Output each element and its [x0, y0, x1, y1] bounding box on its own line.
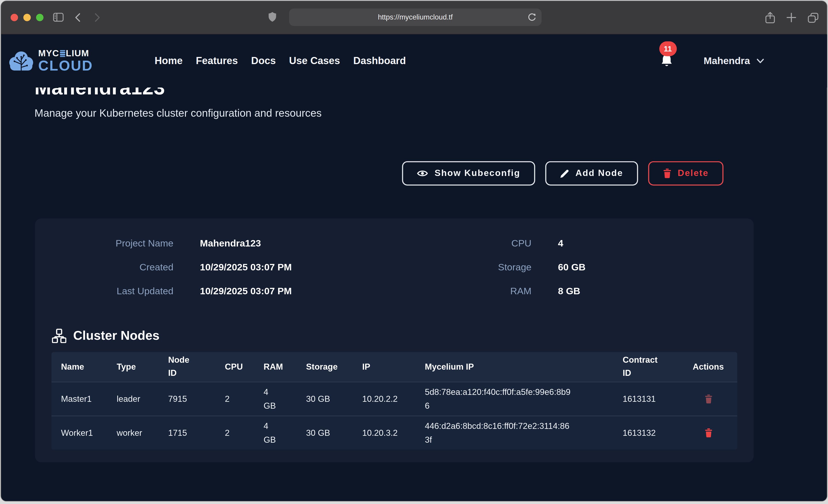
main-content: Mahendra123 Manage your Kubernetes clust… — [1, 76, 827, 462]
col-node-id: Node ID — [159, 352, 215, 382]
cluster-nodes-header: Cluster Nodes — [52, 328, 753, 343]
project-info: Project Name Mahendra123 CPU 4 Created 1… — [48, 232, 754, 303]
delete-node-button[interactable] — [705, 387, 712, 411]
cluster-nodes-icon — [52, 329, 66, 343]
col-contract-id: Contract ID — [613, 352, 683, 382]
share-icon[interactable] — [765, 12, 775, 24]
browser-window: https://myceliumcloud.tf — [1, 1, 827, 501]
cpu-value: 4 — [532, 232, 754, 256]
browser-toolbar: https://myceliumcloud.tf — [1, 1, 827, 35]
show-kubeconfig-button[interactable]: Show Kubeconfig — [402, 161, 535, 185]
chevron-down-icon — [756, 58, 764, 64]
cell-name: Master1 — [51, 382, 107, 416]
nav-links: Home Features Docs Use Cases Dashboard — [155, 55, 406, 67]
delete-node-button[interactable] — [705, 420, 712, 445]
last-updated-label: Last Updated — [48, 279, 173, 303]
site-navbar: MYCLIUM CLOUD Home Features Docs Use Cas… — [1, 35, 827, 87]
cell-ram: 4 GB — [254, 382, 297, 416]
nodes-table-header: Name Type Node ID CPU RAM Storage IP Myc… — [51, 352, 737, 382]
address-bar[interactable]: https://myceliumcloud.tf — [289, 8, 542, 26]
col-name: Name — [51, 352, 107, 382]
cell-ram: 4 GB — [254, 416, 297, 450]
new-tab-icon[interactable] — [787, 12, 796, 24]
tab-overview-icon[interactable] — [808, 12, 818, 24]
cell-mycelium-ip: 446:d2a6:8bcd:8c16:ff0f:72e2:3114:86 3f — [415, 416, 613, 450]
user-name: Mahendra — [704, 55, 750, 67]
stylized-e-icon — [60, 50, 65, 57]
cell-node-id: 7915 — [159, 382, 215, 416]
table-row: Worker1 worker 1715 2 4 GB 30 GB 10.20.3… — [51, 416, 737, 450]
trash-icon — [705, 387, 712, 411]
cell-name: Worker1 — [51, 416, 107, 450]
created-value: 10/29/2025 03:07 PM — [173, 255, 373, 279]
nav-link-docs[interactable]: Docs — [251, 55, 276, 67]
cell-ip: 10.20.3.2 — [353, 416, 415, 450]
delete-cluster-button[interactable]: Delete — [648, 161, 723, 185]
forward-icon[interactable] — [94, 13, 101, 22]
trash-icon — [663, 169, 671, 178]
ram-label: RAM — [372, 279, 531, 303]
cell-mycelium-ip: 5d8:78ea:a120:f40c:ff0f:a5fe:99e6:8b9 6 — [415, 382, 613, 416]
brand-line-cloud: CLOUD — [38, 59, 93, 73]
cluster-actions: Show Kubeconfig Add Node Delete — [35, 161, 723, 185]
back-icon[interactable] — [74, 13, 81, 22]
pencil-icon — [560, 169, 569, 178]
cell-contract-id: 1613132 — [613, 416, 683, 450]
col-ip: IP — [353, 352, 415, 382]
col-type: Type — [107, 352, 159, 382]
brand-line-mycelium: MYCLIUM — [38, 49, 93, 58]
cpu-label: CPU — [372, 232, 531, 256]
project-card: Project Name Mahendra123 CPU 4 Created 1… — [35, 218, 753, 462]
notifications-button[interactable]: 11 — [659, 53, 674, 69]
created-label: Created — [48, 255, 173, 279]
col-cpu: CPU — [215, 352, 254, 382]
nav-link-features[interactable]: Features — [196, 55, 238, 67]
cell-cpu: 2 — [215, 382, 254, 416]
reload-icon[interactable] — [528, 13, 536, 22]
minimize-window-button[interactable] — [24, 14, 31, 21]
last-updated-value: 10/29/2025 03:07 PM — [173, 279, 373, 303]
cell-ip: 10.20.2.2 — [353, 382, 415, 416]
storage-label: Storage — [372, 255, 531, 279]
project-name-value: Mahendra123 — [173, 232, 373, 256]
project-name-label: Project Name — [48, 232, 173, 256]
cell-type: worker — [107, 416, 159, 450]
nodes-table: Name Type Node ID CPU RAM Storage IP Myc… — [51, 352, 737, 450]
eye-icon — [417, 169, 428, 177]
col-actions: Actions — [683, 352, 737, 382]
nav-link-dashboard[interactable]: Dashboard — [353, 55, 406, 67]
cell-contract-id: 1613131 — [613, 382, 683, 416]
trash-icon — [705, 420, 712, 445]
cell-node-id: 1715 — [159, 416, 215, 450]
cell-type: leader — [107, 382, 159, 416]
address-bar-url: https://myceliumcloud.tf — [378, 13, 453, 22]
window-controls — [10, 14, 43, 21]
page: MYCLIUM CLOUD Home Features Docs Use Cas… — [1, 35, 827, 501]
cell-storage: 30 GB — [296, 416, 353, 450]
zoom-window-button[interactable] — [36, 14, 43, 21]
close-window-button[interactable] — [10, 14, 18, 21]
nav-link-home[interactable]: Home — [155, 55, 183, 67]
brand[interactable]: MYCLIUM CLOUD — [8, 49, 93, 73]
brand-text: MYCLIUM CLOUD — [38, 49, 93, 73]
cluster-nodes-title: Cluster Nodes — [73, 328, 160, 343]
user-menu[interactable]: Mahendra — [704, 55, 764, 67]
cell-storage: 30 GB — [296, 382, 353, 416]
col-mycelium-ip: Mycelium IP — [415, 352, 613, 382]
col-ram: RAM — [254, 352, 297, 382]
cell-cpu: 2 — [215, 416, 254, 450]
col-storage: Storage — [296, 352, 353, 382]
sidebar-toggle-icon[interactable] — [53, 13, 64, 22]
table-row: Master1 leader 7915 2 4 GB 30 GB 10.20.2… — [51, 382, 737, 416]
add-node-button[interactable]: Add Node — [545, 161, 638, 185]
storage-value: 60 GB — [532, 255, 754, 279]
nav-link-use-cases[interactable]: Use Cases — [289, 55, 340, 67]
shield-icon — [268, 12, 277, 22]
page-subtitle: Manage your Kubernetes cluster configura… — [35, 107, 793, 119]
mycelium-cloud-logo-icon — [8, 50, 35, 72]
notification-badge: 11 — [659, 41, 676, 56]
ram-value: 8 GB — [532, 279, 754, 303]
